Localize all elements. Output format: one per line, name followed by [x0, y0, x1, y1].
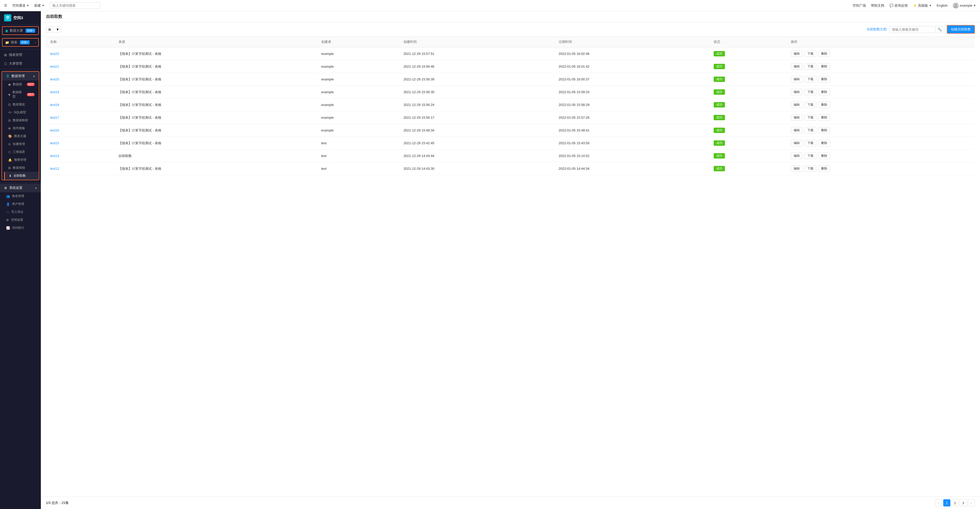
- page-btn-2[interactable]: 2: [951, 499, 959, 506]
- col-action: 操作: [787, 37, 975, 48]
- toolbar-right: 自助取数文档 🔍 创建自助取数: [867, 25, 975, 34]
- sidebar-item-datasource[interactable]: ◉ 数据源 HOT: [4, 80, 39, 88]
- sidebar-item-report[interactable]: 📁 报表 新建+ ›: [2, 38, 39, 47]
- sidebar-group-data-management[interactable]: 🗄 数据管理 ∨: [2, 72, 39, 80]
- cell-expired: 2022-01-05 15:59:33: [555, 86, 710, 99]
- sidebar-item-3d-scene[interactable]: ⬡ 三维场景: [4, 148, 39, 156]
- edit-btn[interactable]: 编辑: [791, 140, 803, 146]
- space-channel-btn[interactable]: 空间通道 ▼: [12, 3, 29, 8]
- delete-btn[interactable]: 删除: [818, 127, 830, 134]
- edit-btn[interactable]: 编辑: [791, 76, 803, 83]
- delete-btn[interactable]: 删除: [818, 102, 830, 108]
- sidebar-item-widget-template[interactable]: ⊕ 组件模板: [4, 124, 39, 132]
- sidebar-item-space-settings[interactable]: ⚙ 空间设置: [2, 216, 41, 224]
- edit-btn[interactable]: 编辑: [791, 102, 803, 108]
- table-area: 名称 来源 创建者 创建时间 过期时间 状态 操作 test22 【报表】计算字…: [41, 37, 980, 496]
- sidebar-item-datascreen[interactable]: ▣ 数据大屏 新建+: [2, 26, 39, 35]
- content-area: 自助取数 ⊞ ▼ 自助取数文档 🔍: [41, 11, 980, 509]
- caret-down-icon: ▼: [56, 27, 59, 32]
- advanced-btn[interactable]: ⚡ 高级版 ▼: [913, 3, 931, 8]
- search-input[interactable]: [889, 26, 935, 33]
- sidebar-item-data-model[interactable]: ◈ 数据模型 HOT: [4, 88, 39, 100]
- page-btn-1[interactable]: 1: [943, 499, 950, 506]
- user-menu-btn[interactable]: example ▼: [953, 3, 976, 9]
- svg-point-0: [955, 3, 957, 6]
- help-docs-btn[interactable]: 帮助文档: [871, 3, 884, 8]
- download-btn[interactable]: 下载: [805, 76, 816, 83]
- delete-btn[interactable]: 删除: [818, 89, 830, 95]
- download-btn[interactable]: 下载: [805, 115, 816, 121]
- language-btn[interactable]: English: [937, 3, 948, 7]
- view-dropdown-btn[interactable]: ▼: [54, 26, 61, 33]
- space-settings-icon: ⚙: [6, 218, 9, 222]
- pagination-info: 1/3 总共：21项: [46, 501, 68, 505]
- delete-btn[interactable]: 删除: [818, 140, 830, 146]
- user-icon: 👤: [6, 202, 10, 206]
- delete-btn[interactable]: 删除: [818, 115, 830, 121]
- cell-creator: example: [317, 86, 399, 99]
- edit-btn[interactable]: 编辑: [791, 115, 803, 121]
- grid-view-btn[interactable]: ⊞: [46, 26, 53, 33]
- report-new-btn[interactable]: 新建+: [20, 40, 30, 45]
- delete-btn[interactable]: 删除: [818, 63, 830, 70]
- sidebar-item-broadcast[interactable]: ⊙ 轮播管理: [4, 140, 39, 148]
- feedback-btn[interactable]: 💬 咨询反馈: [889, 3, 908, 8]
- edit-btn[interactable]: 编辑: [791, 165, 803, 172]
- edit-btn[interactable]: 编辑: [791, 89, 803, 95]
- download-btn[interactable]: 下载: [805, 127, 816, 134]
- cell-creator: example: [317, 99, 399, 111]
- cell-actions: 编辑 下载 删除: [787, 86, 975, 99]
- download-btn[interactable]: 下载: [805, 63, 816, 70]
- create-btn[interactable]: 创建自助取数: [947, 25, 975, 34]
- download-btn[interactable]: 下载: [805, 140, 816, 146]
- sidebar-item-role-manage[interactable]: 👥 角色管理: [2, 192, 41, 200]
- prev-page-btn[interactable]: ‹: [935, 499, 942, 506]
- sidebar-item-screen-manage[interactable]: ⬡ 大屏管理: [0, 59, 41, 68]
- sidebar-item-data-preview[interactable]: ⊡ 数表预览: [4, 100, 39, 108]
- sidebar-item-data-fill[interactable]: ⊞ 数据填报: [4, 164, 39, 172]
- delete-btn[interactable]: 删除: [818, 76, 830, 83]
- download-btn[interactable]: 下载: [805, 153, 816, 159]
- cell-source: 【报表】计算字段测试 - 表格: [115, 73, 317, 86]
- download-btn[interactable]: 下载: [805, 165, 816, 172]
- delete-btn[interactable]: 删除: [818, 153, 830, 159]
- edit-btn[interactable]: 编辑: [791, 51, 803, 57]
- search-bar: 🔍: [889, 26, 944, 33]
- docs-link[interactable]: 自助取数文档: [867, 27, 886, 32]
- delete-btn[interactable]: 删除: [818, 51, 830, 57]
- cell-name: test21: [46, 60, 115, 73]
- table-row: test13 自助取数 test 2021-12-29 14:43:44 202…: [46, 150, 975, 162]
- delete-btn[interactable]: 删除: [818, 165, 830, 172]
- new-btn[interactable]: 新建 ▼: [34, 3, 45, 8]
- edit-btn[interactable]: 编辑: [791, 63, 803, 70]
- top-search-input[interactable]: [49, 2, 100, 9]
- cell-creator: example: [317, 124, 399, 137]
- sidebar-item-visit-stats[interactable]: 📈 访问统计: [2, 224, 41, 232]
- sidebar-group-system-settings[interactable]: ⚙ 系统设置 ∨: [0, 183, 41, 192]
- datascreen-new-btn[interactable]: 新建+: [25, 29, 35, 33]
- col-creator: 创建者: [317, 37, 399, 48]
- edit-btn[interactable]: 编辑: [791, 153, 803, 159]
- main-layout: 空 空间3 ▣ 数据大屏 新建+ 📁 报表 新建+ › ⊞ 报表管理 ⬡: [0, 11, 980, 509]
- sidebar-item-sql-model[interactable]: </> SQL模型: [4, 108, 39, 116]
- sidebar-item-report-manage[interactable]: ⊞ 报表管理: [0, 51, 41, 59]
- download-btn[interactable]: 下载: [805, 89, 816, 95]
- download-btn[interactable]: 下载: [805, 51, 816, 57]
- sidebar-item-value-mapping[interactable]: ⊟ 数据值映射: [4, 116, 39, 124]
- download-btn[interactable]: 下载: [805, 102, 816, 108]
- top-navigation: ☰ 空间通道 ▼ 新建 ▼ 空间广场 帮助文档 💬 咨询反馈 ⚡ 高级版 ▼ E…: [0, 0, 980, 11]
- search-btn[interactable]: 🔍: [935, 26, 944, 33]
- sidebar-item-chart-theme[interactable]: 🎨 图表主题: [4, 132, 39, 140]
- page-btn-3[interactable]: 3: [959, 499, 967, 506]
- next-page-btn[interactable]: ›: [968, 499, 975, 506]
- sidebar-item-self-service[interactable]: ⬇ 自助取数: [4, 172, 39, 180]
- space-plaza-btn[interactable]: 空间广场: [853, 3, 866, 8]
- cell-expired: 2022-01-05 15:49:41: [555, 124, 710, 137]
- sidebar-item-import-export[interactable]: ↑↓ 导入导出: [2, 208, 41, 216]
- data-table: 名称 来源 创建者 创建时间 过期时间 状态 操作 test22 【报表】计算字…: [46, 37, 975, 175]
- sidebar-item-user-manage[interactable]: 👤 用户管理: [2, 200, 41, 208]
- sidebar-item-alert-manage[interactable]: 🔔 预警管理: [4, 156, 39, 164]
- edit-btn[interactable]: 编辑: [791, 127, 803, 134]
- cell-status: 成功: [710, 124, 787, 137]
- menu-toggle[interactable]: ☰: [4, 3, 7, 7]
